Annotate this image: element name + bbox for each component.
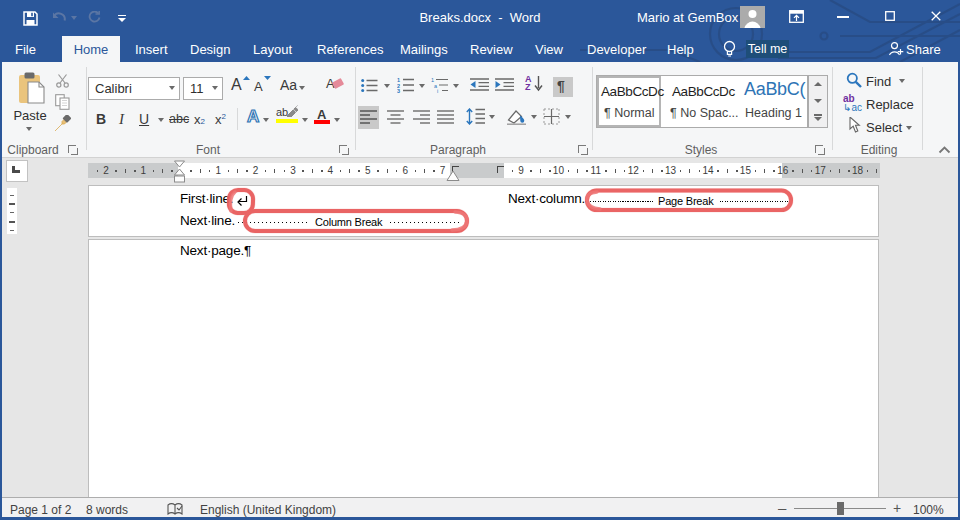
svg-text:3: 3 [397,88,400,93]
svg-text:i: i [437,88,438,93]
